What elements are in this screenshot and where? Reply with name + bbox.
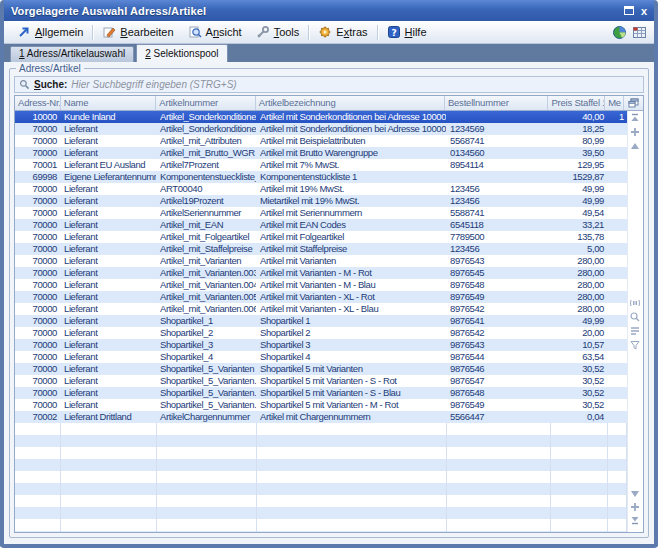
filter-icon[interactable] bbox=[629, 339, 641, 351]
cell-name: Lieferant bbox=[61, 135, 157, 147]
table-row[interactable]: 70000 Lieferant Artikel_mit_Varianten Ar… bbox=[15, 255, 627, 267]
cell-adress-nr: 70000 bbox=[15, 327, 61, 339]
column-header-preis-staffel-1[interactable]: Preis Staffel 1 bbox=[548, 96, 605, 110]
table-row[interactable]: 70000 Lieferant Shopartikel_5_Varianten.… bbox=[15, 387, 627, 399]
table-row[interactable]: 70000 Lieferant Artikel_Sonderkonditione… bbox=[15, 123, 627, 135]
menu-item-bearbeiten[interactable]: Bearbeiten bbox=[95, 23, 180, 41]
column-header-artikelbezeichnung[interactable]: Artikelbezeichnung bbox=[256, 96, 445, 110]
view-magnifier-icon bbox=[188, 25, 202, 39]
column-header-me[interactable]: Me bbox=[605, 96, 624, 110]
scroll-up-icon[interactable] bbox=[629, 140, 641, 152]
table-row[interactable]: 70000 Lieferant Shopartikel_4 Shopartike… bbox=[15, 351, 627, 363]
cell-artikelbezeichnung: Shopartikel 1 bbox=[257, 315, 447, 327]
table-row[interactable]: 70000 Lieferant Artikel_mit_Varianten.00… bbox=[15, 267, 627, 279]
table-row[interactable]: 70000 Lieferant Artikel_mit_Varianten.00… bbox=[15, 279, 627, 291]
cell-preis-staffel-1: 280,00 bbox=[551, 255, 608, 267]
table-row[interactable]: 70000 Lieferant Artikel_mit_Staffelpreis… bbox=[15, 243, 627, 255]
cell-name: Lieferant bbox=[61, 231, 157, 243]
table-row[interactable]: 70000 Lieferant Artikel_mit_EAN Artikel … bbox=[15, 219, 627, 231]
cell-name bbox=[61, 507, 157, 519]
cell-artikelnummer bbox=[157, 519, 257, 531]
cell-adress-nr: 70000 bbox=[15, 339, 61, 351]
column-header-artikelnummer[interactable]: Artikelnummer bbox=[156, 96, 256, 110]
table-row bbox=[15, 471, 627, 483]
table-row[interactable]: 70001 Lieferant EU Ausland Artikel7Proze… bbox=[15, 159, 627, 171]
close-icon[interactable]: x bbox=[641, 6, 647, 16]
cell-me bbox=[608, 411, 627, 423]
cell-artikelnummer: Artikel_mit_Varianten.005 bbox=[157, 291, 257, 303]
restore-icon[interactable] bbox=[624, 6, 634, 15]
cell-artikelbezeichnung: Shopartikel 4 bbox=[257, 351, 447, 363]
tab-adress-artikelauswahl[interactable]: 1 Adress/Artikelauswahl bbox=[10, 46, 134, 62]
cell-bestellnummer bbox=[447, 171, 551, 183]
cell-preis-staffel-1: 30,52 bbox=[551, 363, 608, 375]
column-header-bestellnummer[interactable]: Bestellnummer bbox=[445, 96, 549, 110]
table-row[interactable]: 70000 Lieferant Shopartikel_5_Varianten.… bbox=[15, 375, 627, 387]
table-row[interactable]: 70000 Lieferant Shopartikel_5_Varianten … bbox=[15, 363, 627, 375]
cell-bestellnummer bbox=[447, 447, 551, 459]
cell-bestellnummer: 9876543 bbox=[447, 339, 551, 351]
cell-preis-staffel-1: 1529,87 bbox=[551, 171, 608, 183]
table-row[interactable]: 70000 Lieferant Artikel_mit_Folgeartikel… bbox=[15, 231, 627, 243]
menu-separator bbox=[377, 25, 378, 40]
cell-preis-staffel-1: 49,99 bbox=[551, 183, 608, 195]
search-input[interactable]: Suche: Hier Suchbegriff eingeben (STRG+S… bbox=[14, 76, 644, 93]
cell-me bbox=[608, 303, 627, 315]
cell-name: Lieferant bbox=[61, 147, 157, 159]
column-header-adress-nr[interactable]: Adress-Nr. bbox=[15, 96, 61, 110]
cell-preis-staffel-1 bbox=[551, 471, 608, 483]
cell-me bbox=[608, 519, 627, 531]
menu-item-allgemein[interactable]: Allgemein bbox=[10, 23, 90, 41]
cell-me bbox=[608, 231, 627, 243]
table-row[interactable]: 69998 Eigene Lieferantennummer-Firma Kom… bbox=[15, 171, 627, 183]
menu-item-tools[interactable]: Tools bbox=[249, 23, 307, 41]
cell-adress-nr: 70000 bbox=[15, 291, 61, 303]
menu-item-hilfe[interactable]: ? Hilfe bbox=[380, 23, 434, 41]
table-row[interactable]: 70000 Lieferant ArtikelSeriennummer Arti… bbox=[15, 207, 627, 219]
table-row[interactable]: 70000 Lieferant Artikel_mit_Attributen A… bbox=[15, 135, 627, 147]
cell-me bbox=[608, 447, 627, 459]
scroll-to-bottom-icon[interactable] bbox=[629, 514, 641, 526]
cell-me bbox=[608, 459, 627, 471]
table-grid-icon[interactable] bbox=[632, 25, 646, 39]
cell-name: Lieferant bbox=[61, 375, 157, 387]
cell-adress-nr: 70000 bbox=[15, 207, 61, 219]
cell-artikelbezeichnung: Artikel mit 19% MwSt. bbox=[257, 183, 447, 195]
list-view-icon[interactable] bbox=[629, 325, 641, 337]
table-row[interactable]: 70000 Lieferant Artikel_mit_Varianten.00… bbox=[15, 303, 627, 315]
chart-pie-icon[interactable] bbox=[612, 25, 626, 39]
menu-item-extras[interactable]: Extras bbox=[311, 23, 374, 41]
cell-adress-nr: 70000 bbox=[15, 279, 61, 291]
table-row[interactable]: 70000 Lieferant Shopartikel_3 Shopartike… bbox=[15, 339, 627, 351]
table-row[interactable]: 70002 Lieferant Drittland ArtikelChargen… bbox=[15, 411, 627, 423]
table-row[interactable]: 70000 Lieferant Shopartikel_1 Shopartike… bbox=[15, 315, 627, 327]
insert-row-icon[interactable] bbox=[629, 126, 641, 138]
tab-selektionspool[interactable]: 2 Selektionspool bbox=[136, 44, 227, 62]
title-bar: Vorgelagerte Auswahl Adress/Artikel x bbox=[4, 0, 654, 21]
scroll-down-icon[interactable] bbox=[629, 488, 641, 500]
table-row[interactable]: 70000 Lieferant Shopartikel_5_Varianten.… bbox=[15, 399, 627, 411]
incremental-search-icon[interactable] bbox=[629, 311, 641, 323]
column-header-name[interactable]: Name bbox=[61, 96, 157, 110]
column-chooser-icon[interactable] bbox=[624, 96, 643, 110]
cell-preis-staffel-1: 40,00 bbox=[551, 111, 608, 123]
cell-preis-staffel-1: 280,00 bbox=[551, 303, 608, 315]
cell-me bbox=[608, 327, 627, 339]
append-row-icon[interactable] bbox=[629, 501, 641, 513]
table-row[interactable]: 10000 Kunde Inland Artikel_Sonderkonditi… bbox=[15, 111, 627, 123]
cell-adress-nr: 70000 bbox=[15, 363, 61, 375]
table-row[interactable]: 70000 Lieferant Artikel_mit_Brutto_WGR A… bbox=[15, 147, 627, 159]
table-row[interactable]: 70000 Lieferant ART00040 Artikel mit 19%… bbox=[15, 183, 627, 195]
cell-me bbox=[608, 471, 627, 483]
cell-adress-nr bbox=[15, 459, 61, 471]
table-row[interactable]: 70000 Lieferant Artikel_mit_Varianten.00… bbox=[15, 291, 627, 303]
scroll-to-top-icon[interactable] bbox=[629, 112, 641, 124]
cell-me bbox=[608, 195, 627, 207]
table-row[interactable]: 70000 Lieferant Artikel19Prozent Mietart… bbox=[15, 195, 627, 207]
cell-name: Lieferant bbox=[61, 339, 157, 351]
menu-item-ansicht[interactable]: Ansicht bbox=[181, 23, 249, 41]
cell-preis-staffel-1 bbox=[551, 435, 608, 447]
row-indicator-icon[interactable] bbox=[629, 297, 641, 309]
table-row[interactable]: 70000 Lieferant Shopartikel_2 Shopartike… bbox=[15, 327, 627, 339]
cell-bestellnummer: 1234569 bbox=[447, 123, 551, 135]
